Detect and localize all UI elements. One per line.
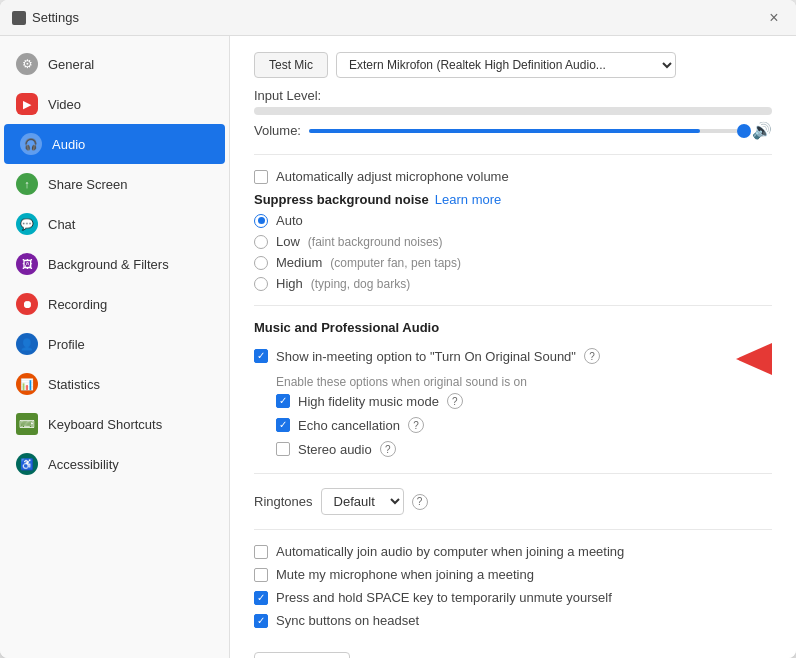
suppress-section: Suppress background noise Learn more Aut… xyxy=(254,192,772,291)
space-key-checkbox[interactable] xyxy=(254,591,268,605)
statistics-icon: 📊 xyxy=(16,373,38,395)
noise-medium-hint: (computer fan, pen taps) xyxy=(330,256,461,270)
mute-checkbox[interactable] xyxy=(254,568,268,582)
stereo-checkbox[interactable] xyxy=(276,442,290,456)
sidebar-label-accessibility: Accessibility xyxy=(48,457,119,472)
sidebar-item-general[interactable]: ⚙ General xyxy=(0,44,229,84)
auto-adjust-checkbox[interactable] xyxy=(254,170,268,184)
volume-row: Volume: 🔊 xyxy=(254,121,772,140)
main-content: Test Mic Extern Mikrofon (Realtek High D… xyxy=(230,36,796,658)
sidebar-label-video: Video xyxy=(48,97,81,112)
profile-icon: 👤 xyxy=(16,333,38,355)
audio-icon: 🎧 xyxy=(20,133,42,155)
sync-label: Sync buttons on headset xyxy=(276,613,419,628)
advanced-button[interactable]: Advanced xyxy=(254,652,350,658)
sidebar-item-background[interactable]: 🖼 Background & Filters xyxy=(0,244,229,284)
ringtones-help-icon[interactable]: ? xyxy=(412,494,428,510)
test-mic-row: Test Mic Extern Mikrofon (Realtek High D… xyxy=(254,52,772,78)
keyboard-icon: ⌨ xyxy=(16,413,38,435)
sidebar: ⚙ General ▶ Video 🎧 Audio ↑ Share Screen… xyxy=(0,36,230,658)
sync-checkbox[interactable] xyxy=(254,614,268,628)
accessibility-icon: ♿ xyxy=(16,453,38,475)
divider-4 xyxy=(254,529,772,530)
learn-more-link[interactable]: Learn more xyxy=(435,192,501,207)
space-key-row[interactable]: Press and hold SPACE key to temporarily … xyxy=(254,590,772,605)
volume-slider-thumb[interactable] xyxy=(737,124,751,138)
echo-help-icon[interactable]: ? xyxy=(408,417,424,433)
stereo-row[interactable]: Stereo audio ? xyxy=(276,441,772,457)
original-sound-help-icon[interactable]: ? xyxy=(584,348,600,364)
echo-checkbox[interactable] xyxy=(276,418,290,432)
noise-high-row[interactable]: High (typing, dog barks) xyxy=(254,276,772,291)
noise-high-radio[interactable] xyxy=(254,277,268,291)
sidebar-item-share-screen[interactable]: ↑ Share Screen xyxy=(0,164,229,204)
noise-low-label: Low xyxy=(276,234,300,249)
auto-adjust-label: Automatically adjust microphone volume xyxy=(276,169,509,184)
original-sound-row[interactable]: Show in-meeting option to "Turn On Origi… xyxy=(254,348,732,364)
stereo-help-icon[interactable]: ? xyxy=(380,441,396,457)
high-fidelity-row[interactable]: High fidelity music mode ? xyxy=(276,393,772,409)
stereo-label: Stereo audio xyxy=(298,442,372,457)
space-key-label: Press and hold SPACE key to temporarily … xyxy=(276,590,612,605)
sidebar-item-video[interactable]: ▶ Video xyxy=(0,84,229,124)
window-title: Settings xyxy=(32,10,79,25)
sidebar-label-general: General xyxy=(48,57,94,72)
sync-row[interactable]: Sync buttons on headset xyxy=(254,613,772,628)
noise-high-label: High xyxy=(276,276,303,291)
volume-slider-track xyxy=(309,129,744,133)
auto-join-row[interactable]: Automatically join audio by computer whe… xyxy=(254,544,772,559)
suppress-label: Suppress background noise xyxy=(254,192,429,207)
high-fidelity-checkbox[interactable] xyxy=(276,394,290,408)
sidebar-item-statistics[interactable]: 📊 Statistics xyxy=(0,364,229,404)
sidebar-item-audio[interactable]: 🎧 Audio xyxy=(4,124,225,164)
sidebar-item-chat[interactable]: 💬 Chat xyxy=(0,204,229,244)
music-section-label: Music and Professional Audio xyxy=(254,320,439,335)
noise-auto-radio[interactable] xyxy=(254,214,268,228)
auto-join-label: Automatically join audio by computer whe… xyxy=(276,544,624,559)
sidebar-label-share-screen: Share Screen xyxy=(48,177,128,192)
original-sound-label: Show in-meeting option to "Turn On Origi… xyxy=(276,349,576,364)
video-icon: ▶ xyxy=(16,93,38,115)
input-level-label: Input Level: xyxy=(254,88,321,103)
mute-row[interactable]: Mute my microphone when joining a meetin… xyxy=(254,567,772,582)
advanced-section: Advanced xyxy=(254,644,772,658)
original-sound-container: Show in-meeting option to "Turn On Origi… xyxy=(254,343,772,375)
auto-adjust-row[interactable]: Automatically adjust microphone volume xyxy=(254,169,772,184)
auto-join-checkbox[interactable] xyxy=(254,545,268,559)
noise-low-radio[interactable] xyxy=(254,235,268,249)
sidebar-item-keyboard[interactable]: ⌨ Keyboard Shortcuts xyxy=(0,404,229,444)
sidebar-item-profile[interactable]: 👤 Profile xyxy=(0,324,229,364)
chat-icon: 💬 xyxy=(16,213,38,235)
recording-icon: ⏺ xyxy=(16,293,38,315)
echo-row[interactable]: Echo cancellation ? xyxy=(276,417,772,433)
high-fidelity-help-icon[interactable]: ? xyxy=(447,393,463,409)
ringtones-select[interactable]: Default Classic Modern xyxy=(321,488,404,515)
noise-auto-row[interactable]: Auto xyxy=(254,213,772,228)
echo-label: Echo cancellation xyxy=(298,418,400,433)
test-mic-button[interactable]: Test Mic xyxy=(254,52,328,78)
noise-medium-radio[interactable] xyxy=(254,256,268,270)
sidebar-item-recording[interactable]: ⏺ Recording xyxy=(0,284,229,324)
enable-when-label: Enable these options when original sound… xyxy=(276,375,772,389)
mute-label: Mute my microphone when joining a meetin… xyxy=(276,567,534,582)
close-button[interactable]: × xyxy=(764,8,784,28)
volume-label: Volume: xyxy=(254,123,301,138)
noise-low-row[interactable]: Low (faint background noises) xyxy=(254,234,772,249)
sidebar-item-accessibility[interactable]: ♿ Accessibility xyxy=(0,444,229,484)
input-level-bar xyxy=(254,107,772,115)
sidebar-label-background: Background & Filters xyxy=(48,257,169,272)
original-sound-checkbox[interactable] xyxy=(254,349,268,363)
settings-window: Settings × ⚙ General ▶ Video 🎧 Audio ↑ xyxy=(0,0,796,658)
noise-medium-row[interactable]: Medium (computer fan, pen taps) xyxy=(254,255,772,270)
sidebar-label-profile: Profile xyxy=(48,337,85,352)
content-area: ⚙ General ▶ Video 🎧 Audio ↑ Share Screen… xyxy=(0,36,796,658)
noise-auto-label: Auto xyxy=(276,213,303,228)
settings-icon xyxy=(12,11,26,25)
divider-1 xyxy=(254,154,772,155)
divider-2 xyxy=(254,305,772,306)
high-fidelity-label: High fidelity music mode xyxy=(298,394,439,409)
ringtones-label: Ringtones xyxy=(254,494,313,509)
microphone-select[interactable]: Extern Mikrofon (Realtek High Definition… xyxy=(336,52,676,78)
noise-medium-label: Medium xyxy=(276,255,322,270)
volume-icon: 🔊 xyxy=(752,121,772,140)
